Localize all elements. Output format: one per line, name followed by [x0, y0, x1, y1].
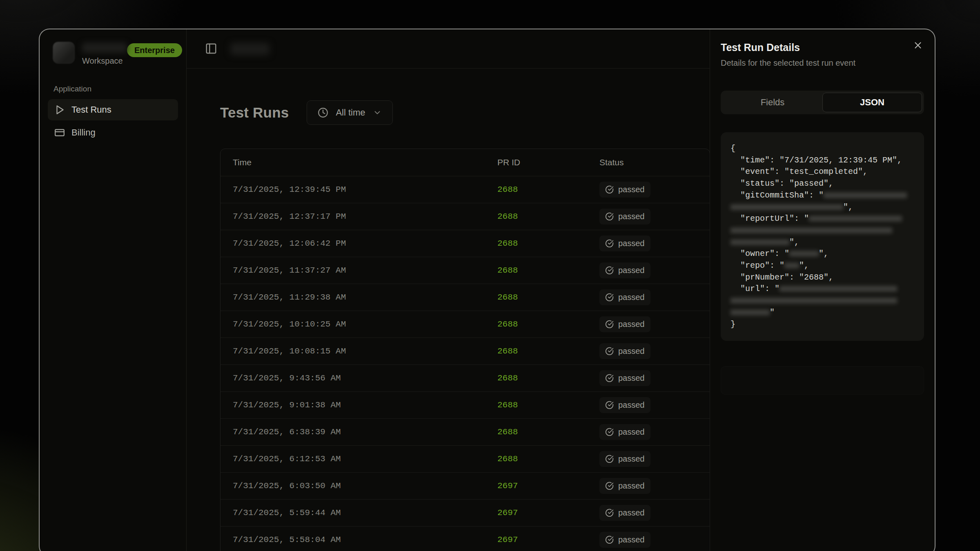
run-time: 7/31/2025, 12:39:45 PM: [220, 185, 485, 194]
table-row[interactable]: 7/31/2025, 6:12:53 AM 2688 passed: [220, 445, 710, 472]
pr-id-link[interactable]: 2688: [497, 212, 518, 221]
table-row[interactable]: 7/31/2025, 10:10:25 AM 2688 passed: [220, 311, 710, 338]
pr-id-link[interactable]: 2688: [497, 347, 518, 356]
chevron-down-icon: [373, 108, 382, 117]
pr-id-link[interactable]: 2688: [497, 320, 518, 329]
table-row[interactable]: 7/31/2025, 10:08:15 AM 2688 passed: [220, 338, 710, 364]
details-title: Test Run Details: [721, 42, 924, 53]
status-label: passed: [618, 454, 645, 464]
pr-id-link[interactable]: 2688: [497, 239, 518, 248]
table-row[interactable]: 7/31/2025, 9:01:38 AM 2688 passed: [220, 391, 710, 418]
main-area: Test Runs All time Time PR ID Status: [187, 29, 710, 551]
circle-check-icon: [605, 266, 614, 275]
redacted-text: xxx: [784, 261, 799, 270]
column-header-pr-id: PR ID: [485, 158, 587, 167]
status-badge: passed: [599, 316, 650, 332]
table-row[interactable]: 7/31/2025, 5:59:44 AM 2697 passed: [220, 499, 710, 526]
redacted-text: xxxxxxxxxxxx: [731, 238, 789, 247]
status-badge: passed: [599, 370, 650, 386]
circle-check-icon: [605, 535, 614, 544]
table-row[interactable]: 7/31/2025, 12:39:45 PM 2688 passed: [220, 176, 710, 203]
table-row[interactable]: 7/31/2025, 6:38:39 AM 2688 passed: [220, 418, 710, 445]
status-badge: passed: [599, 262, 650, 278]
status-badge: passed: [599, 209, 650, 224]
run-time: 7/31/2025, 9:43:56 AM: [220, 373, 485, 383]
run-time: 7/31/2025, 12:06:42 PM: [220, 239, 485, 248]
run-time: 7/31/2025, 11:29:38 AM: [220, 293, 485, 302]
run-time: 7/31/2025, 6:12:53 AM: [220, 454, 485, 464]
circle-check-icon: [605, 320, 614, 329]
sidebar-item-test-runs[interactable]: Test Runs: [48, 99, 178, 120]
clock-icon: [318, 107, 328, 118]
run-time: 7/31/2025, 10:08:15 AM: [220, 347, 485, 356]
close-button[interactable]: [913, 38, 927, 52]
run-time: 7/31/2025, 5:59:44 AM: [220, 508, 485, 518]
pr-id-link[interactable]: 2688: [497, 185, 518, 194]
pr-id-link[interactable]: 2688: [497, 266, 518, 275]
app-window: Workspace Enterprise Application Test Ru…: [39, 29, 935, 551]
page-content: Test Runs All time Time PR ID Status: [187, 69, 710, 551]
sidebar-toggle-button[interactable]: [205, 42, 218, 56]
circle-check-icon: [605, 347, 614, 355]
details-tabs: Fields JSON: [721, 91, 924, 114]
status-badge: passed: [599, 532, 650, 548]
table-row[interactable]: 7/31/2025, 11:37:27 AM 2688 passed: [220, 257, 710, 284]
status-badge: passed: [599, 182, 650, 198]
circle-check-icon: [605, 212, 614, 221]
pr-id-link[interactable]: 2688: [497, 400, 518, 410]
pr-id-link[interactable]: 2688: [497, 373, 518, 383]
sidebar-item-label: Billing: [71, 127, 96, 138]
status-label: passed: [618, 373, 645, 383]
status-label: passed: [618, 535, 645, 544]
table-row[interactable]: 7/31/2025, 11:29:38 AM 2688 passed: [220, 284, 710, 311]
circle-check-icon: [605, 509, 614, 517]
status-label: passed: [618, 400, 645, 410]
play-icon: [54, 104, 65, 115]
redacted-text: xxxxxxxxxxxxxxxxxxxxxxx: [731, 202, 843, 212]
run-time: 7/31/2025, 6:38:39 AM: [220, 427, 485, 437]
table-row[interactable]: 7/31/2025, 12:37:17 PM 2688 passed: [220, 203, 710, 230]
pr-id-link[interactable]: 2697: [497, 508, 518, 518]
sidebar-item-billing[interactable]: Billing: [48, 122, 178, 143]
status-badge: passed: [599, 343, 650, 359]
credit-card-icon: [54, 127, 65, 138]
redacted-text: xxxxxxxxxxxxxxxxxxxxxxxxxxxxxxxxx: [731, 226, 892, 235]
table-row[interactable]: 7/31/2025, 9:43:56 AM 2688 passed: [220, 364, 710, 391]
run-time: 7/31/2025, 5:58:04 AM: [220, 535, 485, 544]
pr-id-link[interactable]: 2688: [497, 293, 518, 302]
table-row[interactable]: 7/31/2025, 6:03:50 AM 2697 passed: [220, 472, 710, 499]
status-label: passed: [618, 347, 645, 356]
run-time: 7/31/2025, 10:10:25 AM: [220, 320, 485, 329]
run-time: 7/31/2025, 9:01:38 AM: [220, 400, 485, 410]
pr-id-link[interactable]: 2697: [497, 481, 518, 491]
pr-id-link[interactable]: 2697: [497, 535, 518, 544]
tab-fields[interactable]: Fields: [723, 93, 822, 112]
workspace-avatar: [53, 42, 75, 64]
sidebar-item-label: Test Runs: [71, 104, 111, 115]
test-run-details-panel: Test Run Details Details for the selecte…: [710, 29, 935, 551]
details-subtitle: Details for the selected test run event: [721, 58, 924, 68]
table-row[interactable]: 7/31/2025, 12:06:42 PM 2688 passed: [220, 230, 710, 257]
time-filter-dropdown[interactable]: All time: [307, 100, 392, 125]
status-badge: passed: [599, 236, 650, 251]
table-row[interactable]: 7/31/2025, 5:58:04 AM 2697 passed: [220, 526, 710, 551]
column-header-status: Status: [587, 158, 710, 167]
circle-check-icon: [605, 374, 614, 382]
workspace-label: Workspace: [82, 56, 127, 66]
pr-id-link[interactable]: 2688: [497, 427, 518, 437]
status-badge: passed: [599, 289, 650, 305]
status-badge: passed: [599, 397, 650, 413]
status-badge: passed: [599, 478, 650, 494]
time-filter-value: All time: [336, 107, 365, 118]
status-label: passed: [618, 239, 645, 248]
status-label: passed: [618, 320, 645, 329]
status-label: passed: [618, 508, 645, 518]
status-badge: passed: [599, 424, 650, 440]
workspace-switcher[interactable]: Workspace Enterprise: [48, 38, 178, 66]
circle-check-icon: [605, 239, 614, 248]
pr-id-link[interactable]: 2688: [497, 454, 518, 464]
tab-json[interactable]: JSON: [822, 93, 922, 112]
table-header-row: Time PR ID Status: [220, 149, 710, 176]
status-label: passed: [618, 266, 645, 275]
circle-check-icon: [605, 428, 614, 436]
